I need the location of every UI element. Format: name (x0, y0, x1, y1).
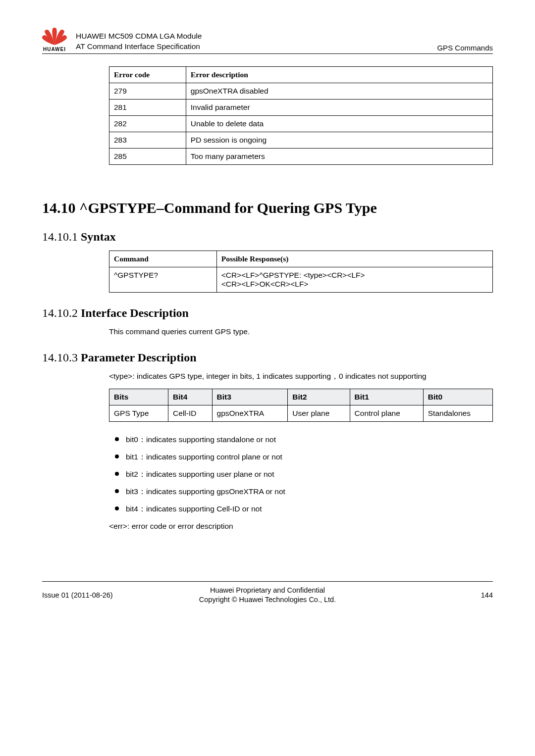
interface-text: This command queries current GPS type. (109, 327, 493, 337)
bits-header-cell: Bit0 (423, 389, 492, 405)
parameter-heading: 14.10.3 Parameter Description (42, 351, 493, 364)
table-row: 282Unable to delete data (109, 116, 493, 132)
parameter-heading-num: 14.10.3 (42, 351, 81, 364)
error-desc-cell: Invalid parameter (186, 100, 492, 116)
error-desc-cell: gpsOneXTRA disabled (186, 83, 492, 100)
bits-cell: Cell-ID (168, 405, 212, 421)
err-note: <err>: error code or error description (109, 521, 493, 532)
table-header-row: Error code Error description (109, 67, 493, 83)
error-code-cell: 283 (109, 132, 186, 149)
bits-cell: Standalones (423, 405, 492, 421)
bits-table: Bits Bit4 Bit3 Bit2 Bit1 Bit0 GPS Type C… (109, 389, 493, 422)
bits-cell: GPS Type (109, 405, 168, 421)
response-header: Possible Response(s) (216, 251, 492, 267)
error-code-header: Error code (109, 67, 186, 83)
error-code-cell: 281 (109, 100, 186, 116)
interface-heading-label: Interface Description (81, 306, 189, 319)
bits-header-cell: Bit3 (212, 389, 288, 405)
table-row: 283PD session is ongoing (109, 132, 493, 149)
error-desc-cell: Too many parameters (186, 149, 492, 165)
syntax-table: Command Possible Response(s) ^GPSTYPE? <… (109, 251, 493, 293)
bit-description-list: bit0：indicates supporting standalone or … (109, 435, 493, 514)
table-row: 285Too many parameters (109, 149, 493, 165)
interface-block: This command queries current GPS type. (109, 327, 493, 337)
interface-heading-num: 14.10.2 (42, 306, 81, 319)
type-intro-text: <type>: indicates GPS type, integer in b… (109, 371, 493, 382)
error-code-cell: 285 (109, 149, 186, 165)
bits-cell: Control plane (350, 405, 423, 421)
error-code-cell: 282 (109, 116, 186, 132)
error-desc-cell: PD session is ongoing (186, 132, 492, 149)
parameter-block: <type>: indicates GPS type, integer in b… (109, 371, 493, 532)
bits-header-cell: Bit1 (350, 389, 423, 405)
parameter-heading-label: Parameter Description (81, 351, 196, 364)
footer-copyright: Copyright © Huawei Technologies Co., Ltd… (155, 595, 380, 605)
bits-header-cell: Bit2 (288, 389, 350, 405)
error-code-table: Error code Error description 279gpsOneXT… (109, 66, 493, 165)
table-row: ^GPSTYPE? <CR><LF>^GPSTYPE: <type><CR><L… (109, 267, 493, 293)
bits-header-cell: Bit4 (168, 389, 212, 405)
error-desc-header: Error description (186, 67, 492, 83)
bits-header-cell: Bits (109, 389, 168, 405)
section-title: 14.10 ^GPSTYPE–Command for Quering GPS T… (42, 200, 493, 216)
list-item: bit4：indicates supporting Cell-ID or not (109, 504, 493, 514)
error-desc-cell: Unable to delete data (186, 116, 492, 132)
footer-issue: Issue 01 (2011-08-26) (42, 591, 155, 599)
list-item: bit1：indicates supporting control plane … (109, 452, 493, 462)
table-row: GPS Type Cell-ID gpsOneXTRA User plane C… (109, 405, 493, 421)
error-code-cell: 279 (109, 83, 186, 100)
table-header-row: Command Possible Response(s) (109, 251, 493, 267)
list-item: bit3：indicates supporting gpsOneXTRA or … (109, 487, 493, 497)
header-title: HUAWEI MC509 CDMA LGA Module AT Command … (76, 31, 437, 52)
footer-proprietary: Huawei Proprietary and Confidential (155, 586, 380, 596)
interface-heading: 14.10.2 Interface Description (42, 306, 493, 320)
command-cell: ^GPSTYPE? (109, 267, 217, 293)
list-item: bit2：indicates supporting user plane or … (109, 469, 493, 480)
table-row: 279gpsOneXTRA disabled (109, 83, 493, 100)
page-header: HUAWEI HUAWEI MC509 CDMA LGA Module AT C… (42, 27, 493, 54)
bits-cell: User plane (288, 405, 350, 421)
command-header: Command (109, 251, 217, 267)
syntax-heading-num: 14.10.1 (42, 230, 81, 243)
bits-cell: gpsOneXTRA (212, 405, 288, 421)
doc-title-line1: HUAWEI MC509 CDMA LGA Module (76, 31, 437, 42)
syntax-block: Command Possible Response(s) ^GPSTYPE? <… (109, 251, 493, 293)
doc-title-line2: AT Command Interface Specification (76, 42, 437, 52)
syntax-heading-label: Syntax (81, 230, 116, 243)
huawei-flower-icon (42, 27, 67, 46)
syntax-heading: 14.10.1 Syntax (42, 230, 493, 244)
footer-center: Huawei Proprietary and Confidential Copy… (155, 586, 380, 605)
response-line: <CR><LF>OK<CR><LF> (221, 280, 488, 289)
error-code-block: Error code Error description 279gpsOneXT… (109, 66, 493, 165)
table-row: 281Invalid parameter (109, 100, 493, 116)
huawei-logo-text: HUAWEI (43, 47, 66, 52)
page-number: 144 (380, 591, 493, 599)
page-footer: Issue 01 (2011-08-26) Huawei Proprietary… (42, 581, 493, 605)
huawei-logo: HUAWEI (42, 27, 67, 52)
response-cell: <CR><LF>^GPSTYPE: <type><CR><LF> <CR><LF… (216, 267, 492, 293)
table-header-row: Bits Bit4 Bit3 Bit2 Bit1 Bit0 (109, 389, 493, 405)
list-item: bit0：indicates supporting standalone or … (109, 435, 493, 445)
header-section-name: GPS Commands (437, 44, 493, 52)
response-line: <CR><LF>^GPSTYPE: <type><CR><LF> (221, 271, 488, 280)
